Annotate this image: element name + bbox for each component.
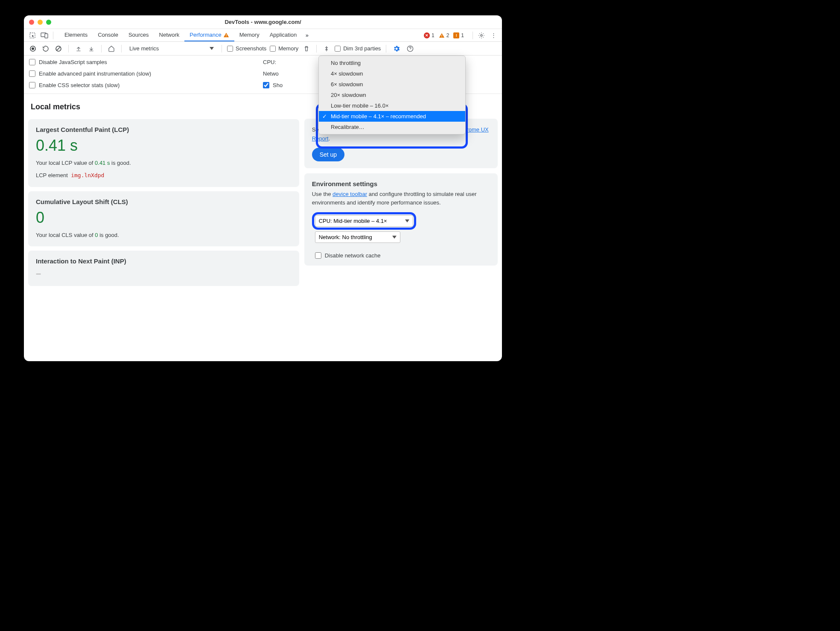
collapse-icon[interactable]	[322, 44, 331, 53]
cls-text-val: 0	[95, 232, 98, 238]
lcp-title: Largest Contentful Paint (LCP)	[36, 126, 292, 133]
download-icon[interactable]	[87, 44, 96, 53]
disable-js-checkbox[interactable]: Disable JavaScript samples	[29, 59, 263, 65]
crux-text-post: .	[329, 135, 330, 142]
lcp-value: 0.41 s	[36, 137, 292, 155]
help-icon[interactable]	[405, 44, 415, 54]
capture-settings-gear-icon[interactable]	[391, 44, 402, 54]
tab-sources[interactable]: Sources	[123, 29, 154, 41]
issue-badge-icon: !	[453, 32, 459, 38]
setup-button[interactable]: Set up	[312, 148, 344, 161]
warning-badge-icon	[439, 32, 445, 38]
chevron-down-icon	[210, 47, 214, 50]
svg-rect-5	[441, 35, 442, 36]
window-title: DevTools - www.google.com/	[24, 19, 502, 25]
error-badge-icon: ✕	[424, 32, 430, 38]
metrics-select-label: Live metrics	[129, 45, 159, 52]
cls-title: Cumulative Layout Shift (CLS)	[36, 198, 292, 205]
lcp-element-label: LCP element	[36, 172, 68, 178]
warning-count: 2	[446, 32, 449, 38]
svg-rect-6	[441, 36, 442, 37]
env-text-pre: Use the	[312, 191, 332, 197]
tab-elements[interactable]: Elements	[59, 29, 93, 41]
svg-point-7	[481, 35, 482, 36]
show-label: Sho	[273, 82, 283, 88]
cpu-label: CPU:	[263, 59, 276, 65]
tab-application[interactable]: Application	[265, 29, 302, 41]
dim-label: Dim 3rd parties	[343, 45, 381, 52]
tab-console[interactable]: Console	[93, 29, 123, 41]
svg-line-11	[57, 47, 60, 50]
cpu-select-label: CPU: Mid-tier mobile – 4.1×	[319, 218, 387, 224]
clear-icon[interactable]	[54, 44, 63, 53]
capture-settings-band: Disable JavaScript samples Enable advanc…	[24, 56, 502, 94]
chevron-down-icon	[392, 236, 397, 239]
kebab-menu-icon[interactable]: ⋮	[488, 30, 499, 41]
adv-paint-checkbox[interactable]: Enable advanced paint instrumentation (s…	[29, 70, 263, 77]
performance-toolbar: Live metrics Screenshots Memory Dim 3rd …	[24, 42, 502, 56]
inp-title: Interaction to Next Paint (INP)	[36, 257, 292, 265]
css-selector-checkbox[interactable]: Enable CSS selector stats (slow)	[29, 82, 263, 88]
tab-network[interactable]: Network	[154, 29, 185, 41]
disable-js-label: Disable JavaScript samples	[39, 59, 107, 65]
inspect-icon[interactable]	[27, 30, 38, 41]
inp-value: –	[36, 268, 292, 279]
upload-icon[interactable]	[74, 44, 83, 53]
tab-performance[interactable]: Performance	[184, 29, 234, 41]
screenshots-label: Screenshots	[236, 45, 266, 52]
record-icon[interactable]	[28, 44, 38, 53]
chevron-down-icon	[405, 219, 409, 222]
svg-point-9	[32, 47, 34, 50]
svg-rect-3	[226, 34, 226, 36]
local-metrics-heading: Local metrics	[31, 102, 299, 111]
issue-badges[interactable]: ✕1 2 !1	[424, 32, 467, 38]
device-toolbar-icon[interactable]	[39, 30, 50, 41]
memory-checkbox[interactable]: Memory	[270, 45, 298, 52]
svg-rect-4	[226, 36, 226, 36]
lcp-text-val: 0.41 s	[95, 160, 110, 166]
metrics-select[interactable]: Live metrics	[127, 44, 216, 53]
memory-label: Memory	[278, 45, 298, 52]
disable-cache-label: Disable network cache	[325, 252, 381, 259]
gc-icon[interactable]	[302, 44, 311, 53]
lcp-text-pre: Your local LCP value of	[36, 160, 95, 166]
environment-settings-card: Environment settings Use the device tool…	[304, 173, 498, 266]
cls-text-pre: Your local CLS value of	[36, 232, 95, 238]
cls-text-post: is good.	[98, 232, 119, 238]
device-toolbar-link[interactable]: device toolbar	[332, 191, 367, 197]
cpu-select[interactable]: CPU: Mid-tier mobile – 4.1×	[315, 215, 413, 227]
settings-gear-icon[interactable]	[476, 30, 487, 41]
dropdown-item-low-tier[interactable]: Low-tier mobile – 16.0×	[319, 100, 465, 111]
warning-triangle-icon	[223, 32, 229, 38]
more-tabs-icon[interactable]: »	[302, 30, 312, 41]
lcp-card: Largest Contentful Paint (LCP) 0.41 s Yo…	[28, 119, 299, 187]
tab-performance-label: Performance	[190, 32, 221, 38]
dropdown-item-20x[interactable]: 20× slowdown	[319, 90, 465, 100]
svg-rect-2	[45, 34, 48, 38]
network-select-label: Network: No throttling	[319, 234, 372, 240]
tab-memory[interactable]: Memory	[234, 29, 265, 41]
home-icon[interactable]	[107, 44, 116, 53]
dropdown-item-recalibrate[interactable]: Recalibrate…	[319, 122, 465, 132]
window-titlebar: DevTools - www.google.com/	[24, 15, 502, 29]
dropdown-item-6x[interactable]: 6× slowdown	[319, 79, 465, 90]
cpu-throttle-dropdown[interactable]: No throttling 4× slowdown 6× slowdown 20…	[318, 56, 466, 134]
cls-value: 0	[36, 209, 292, 227]
lcp-element-value[interactable]: img.lnXdpd	[71, 172, 104, 178]
dropdown-item-mid-tier[interactable]: Mid-tier mobile – 4.1× – recommended	[319, 111, 465, 122]
inp-card: Interaction to Next Paint (INP) –	[28, 251, 299, 286]
dropdown-item-no-throttling[interactable]: No throttling	[319, 58, 465, 68]
screenshots-checkbox[interactable]: Screenshots	[227, 45, 266, 52]
devtools-window: DevTools - www.google.com/ Elements Cons…	[24, 15, 502, 361]
dropdown-item-4x[interactable]: 4× slowdown	[319, 68, 465, 79]
css-selector-label: Enable CSS selector stats (slow)	[39, 82, 120, 88]
disable-network-cache-checkbox[interactable]: Disable network cache	[315, 252, 490, 259]
network-label: Netwo	[263, 70, 279, 77]
issue-count: 1	[461, 32, 464, 38]
error-count: 1	[432, 32, 435, 38]
panel-tabbar: Elements Console Sources Network Perform…	[24, 29, 502, 42]
lcp-text-post: is good.	[110, 160, 131, 166]
reload-icon[interactable]	[41, 44, 50, 53]
network-select[interactable]: Network: No throttling	[315, 231, 400, 243]
dim-checkbox[interactable]: Dim 3rd parties	[335, 45, 381, 52]
